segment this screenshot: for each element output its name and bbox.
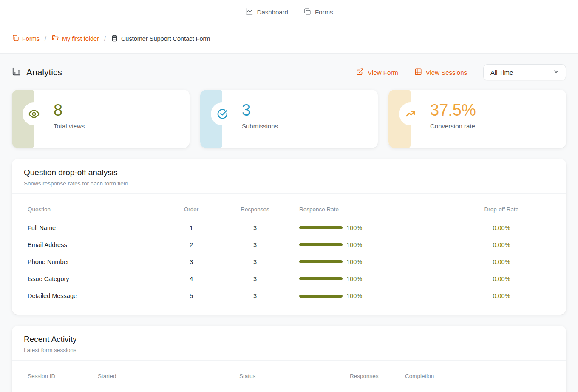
header-actions: View Form View Sessions All Time — [356, 64, 566, 80]
response-rate-label: 100% — [346, 276, 362, 282]
recent-panel-subtitle: Latest form sessions — [24, 347, 554, 353]
stat-body: 3 Submissions — [242, 90, 378, 130]
recent-table: Session ID Started Status Responses Comp… — [12, 361, 566, 392]
dropoff-rate-cell: 0.00% — [446, 276, 557, 282]
stat-card-submissions: 3 Submissions — [200, 90, 378, 148]
stat-value: 37.5% — [430, 102, 566, 119]
breadcrumb-label: My first folder — [62, 35, 99, 42]
response-rate-cell: 100% — [293, 276, 446, 282]
dropoff-rate-cell: 0.00% — [446, 293, 557, 299]
breadcrumb-forms[interactable]: Forms — [12, 34, 40, 43]
trending-up-icon — [399, 102, 422, 125]
dropoff-table: Question Order Responses Response Rate D… — [12, 194, 566, 315]
forms-icon — [12, 34, 19, 43]
column-header-session-id: Session ID — [21, 373, 98, 379]
stat-card-total-views: 8 Total views — [12, 90, 190, 148]
responses-cell: 3 — [217, 241, 293, 248]
column-header-responses: Responses — [350, 373, 405, 379]
top-navigation: Dashboard Forms — [0, 0, 578, 24]
response-rate-label: 100% — [346, 293, 362, 299]
dropoff-table-header: Question Order Responses Response Rate D… — [21, 194, 557, 219]
question-cell: Issue Category — [21, 276, 166, 282]
dropoff-panel-title: Question drop-off analysis — [24, 168, 554, 177]
order-cell: 1 — [166, 224, 217, 231]
table-grid-icon — [414, 68, 422, 77]
breadcrumb-form-name: Customer Support Contact Form — [111, 34, 210, 43]
forms-icon — [303, 8, 311, 17]
stat-card-conversion-rate: 37.5% Conversion rate — [388, 90, 566, 148]
circle-check-icon — [211, 102, 234, 125]
external-link-icon — [356, 68, 364, 77]
column-header-response-rate: Response Rate — [293, 206, 446, 213]
column-header-completion: Completion — [405, 373, 557, 379]
breadcrumb: Forms / My first folder / Customer Suppo… — [0, 24, 578, 54]
breadcrumb-folder[interactable]: My first folder — [51, 34, 99, 43]
stat-value: 8 — [54, 102, 190, 119]
response-rate-label: 100% — [346, 224, 362, 231]
dropoff-analysis-panel: Question drop-off analysis Shows respons… — [12, 159, 566, 315]
analytics-header: Analytics View Form View Sessions All Ti… — [12, 63, 566, 81]
dropoff-rate-cell: 0.00% — [446, 258, 557, 265]
response-rate-cell: 100% — [293, 258, 446, 265]
response-rate-cell: 100% — [293, 224, 446, 231]
dropoff-rate-cell: 0.00% — [446, 241, 557, 248]
main-content: Analytics View Form View Sessions All Ti… — [0, 54, 578, 392]
question-cell: Detailed Message — [21, 293, 166, 299]
table-row[interactable]: Email Address 2 3 100% 0.00% — [21, 236, 557, 253]
order-cell: 2 — [166, 241, 217, 248]
response-rate-cell: 100% — [293, 293, 446, 299]
bar-chart-icon — [12, 67, 21, 78]
view-form-button[interactable]: View Form — [356, 68, 398, 77]
dropoff-panel-subtitle: Shows response rates for each form field — [24, 180, 554, 187]
stat-label: Conversion rate — [430, 122, 566, 130]
nav-item-dashboard[interactable]: Dashboard — [245, 7, 288, 17]
stat-label: Submissions — [242, 122, 378, 130]
column-header-question: Question — [21, 206, 166, 213]
clipboard-icon — [111, 34, 118, 43]
question-cell: Email Address — [21, 241, 166, 248]
order-cell: 4 — [166, 276, 217, 282]
dropoff-table-body: Full Name 1 3 100% 0.00% Email Address 2… — [21, 219, 557, 304]
nav-item-forms[interactable]: Forms — [303, 8, 333, 17]
response-rate-bar — [299, 243, 343, 246]
time-filter-select[interactable]: All Time — [483, 64, 566, 80]
recent-table-header: Session ID Started Status Responses Comp… — [21, 361, 557, 386]
question-cell: Phone Number — [21, 258, 166, 265]
chart-line-icon — [245, 7, 253, 17]
view-sessions-button[interactable]: View Sessions — [414, 68, 467, 77]
nav-item-label: Dashboard — [257, 9, 288, 16]
responses-cell: 3 — [217, 293, 293, 299]
table-row[interactable]: Full Name 1 3 100% 0.00% — [21, 219, 557, 236]
chevron-down-icon — [552, 68, 560, 77]
response-rate-bar — [299, 295, 343, 298]
column-header-responses: Responses — [217, 206, 293, 213]
column-header-order: Order — [166, 206, 217, 213]
response-rate-cell: 100% — [293, 241, 446, 248]
table-row[interactable]: Phone Number 3 3 100% 0.00% — [21, 253, 557, 270]
recent-panel-header: Recent Activity Latest form sessions — [12, 326, 566, 361]
order-cell: 5 — [166, 293, 217, 299]
response-rate-label: 100% — [346, 258, 362, 265]
stat-value: 3 — [242, 102, 378, 119]
time-filter-value: All Time — [490, 69, 513, 76]
table-row[interactable]: Issue Category 4 3 100% 0.00% — [21, 270, 557, 287]
folder-open-icon — [51, 34, 59, 43]
stat-body: 37.5% Conversion rate — [430, 90, 566, 130]
stat-body: 8 Total views — [54, 90, 190, 130]
table-row[interactable]: Detailed Message 5 3 100% 0.00% — [21, 287, 557, 304]
response-rate-label: 100% — [346, 241, 362, 248]
responses-cell: 3 — [217, 224, 293, 231]
column-header-dropoff-rate: Drop-off Rate — [446, 206, 557, 213]
response-rate-bar — [299, 277, 343, 280]
breadcrumb-separator: / — [44, 35, 47, 42]
recent-panel-title: Recent Activity — [24, 335, 554, 344]
nav-item-label: Forms — [315, 9, 333, 16]
eye-icon — [23, 102, 45, 125]
page-title: Analytics — [12, 67, 62, 78]
recent-activity-panel: Recent Activity Latest form sessions Ses… — [12, 326, 566, 392]
column-header-started: Started — [98, 373, 239, 379]
response-rate-bar — [299, 260, 343, 263]
responses-cell: 3 — [217, 276, 293, 282]
dropoff-rate-cell: 0.00% — [446, 224, 557, 231]
responses-cell: 3 — [217, 258, 293, 265]
